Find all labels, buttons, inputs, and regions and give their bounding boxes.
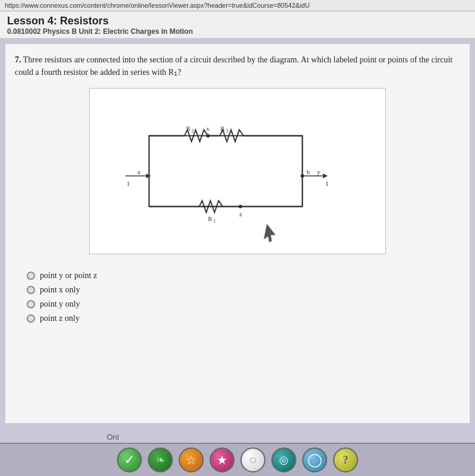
lesson-title: Lesson 4: Resistors — [7, 15, 468, 27]
answer-option-2[interactable]: point x only — [27, 285, 448, 295]
answer-option-4[interactable]: point z only — [27, 314, 448, 323]
svg-text:z: z — [239, 210, 242, 217]
browser-url-bar: https://www.connexus.com/content/chrome/… — [0, 0, 475, 11]
svg-marker-27 — [264, 224, 276, 242]
radio-4[interactable] — [27, 314, 35, 323]
answer-option-3[interactable]: point y only — [27, 300, 448, 309]
svg-text:1: 1 — [213, 219, 216, 224]
circuit-diagram: R 2 x R 3 R 1 — [89, 88, 386, 254]
circle-icon: ○ — [249, 452, 256, 468]
svg-text:I: I — [127, 180, 129, 187]
svg-text:y: y — [317, 168, 321, 175]
svg-marker-25 — [323, 174, 328, 178]
ring-icon: ◯ — [308, 452, 322, 468]
svg-text:3: 3 — [226, 128, 228, 134]
leaf-icon: ❧ — [156, 453, 165, 466]
svg-point-15 — [239, 205, 242, 209]
onl-label: Onl — [107, 433, 119, 442]
answer-label-4: point z only — [40, 314, 80, 323]
svg-text:x: x — [206, 125, 210, 132]
content-area: 7. Three resistors are connected into th… — [5, 43, 470, 424]
star-outline-icon: ☆ — [186, 453, 197, 467]
answer-options: point y or point z point x only point y … — [15, 266, 460, 333]
answer-label-2: point x only — [40, 285, 80, 295]
bottom-toolbar: ✓ ❧ ☆ ★ ○ ◎ ◯ ? — [0, 443, 475, 476]
radio-2[interactable] — [27, 286, 35, 294]
help-icon: ? — [343, 454, 349, 466]
svg-text:a: a — [137, 168, 140, 175]
svg-text:R: R — [208, 215, 213, 222]
toolbar-btn-checkmark[interactable]: ✓ — [117, 447, 142, 472]
radio-3[interactable] — [27, 300, 35, 308]
toolbar-btn-help[interactable]: ? — [333, 447, 358, 472]
answer-label-1: point y or point z — [40, 271, 97, 280]
answer-label-3: point y only — [40, 300, 80, 309]
radio-1[interactable] — [27, 272, 35, 280]
svg-text:b: b — [306, 168, 310, 175]
question-body: Three resistors are connected into the s… — [15, 55, 452, 77]
target-icon: ◎ — [279, 453, 289, 466]
answer-option-1[interactable]: point y or point z — [27, 271, 448, 280]
question-number: 7. — [15, 55, 21, 64]
lesson-header: Lesson 4: Resistors 0.0810002 Physics B … — [0, 11, 475, 39]
question-container: 7. Three resistors are connected into th… — [15, 53, 460, 78]
lesson-subtitle: 0.0810002 Physics B Unit 2: Electric Cha… — [7, 27, 468, 36]
svg-text:I: I — [326, 180, 328, 187]
checkmark-icon: ✓ — [124, 452, 135, 468]
circuit-svg: R 2 x R 3 R 1 — [90, 89, 385, 254]
svg-rect-0 — [149, 135, 302, 206]
toolbar-btn-star-outline[interactable]: ☆ — [179, 447, 204, 472]
toolbar-btn-target[interactable]: ◎ — [271, 447, 296, 472]
toolbar-btn-star-filled[interactable]: ★ — [210, 447, 235, 472]
star-filled-icon: ★ — [217, 453, 227, 467]
toolbar-btn-circle[interactable]: ○ — [240, 447, 265, 472]
svg-text:2: 2 — [192, 128, 194, 134]
toolbar-btn-leaf[interactable]: ❧ — [148, 447, 173, 472]
url-text: https://www.connexus.com/content/chrome/… — [5, 2, 309, 9]
toolbar-btn-ring[interactable]: ◯ — [302, 447, 327, 472]
